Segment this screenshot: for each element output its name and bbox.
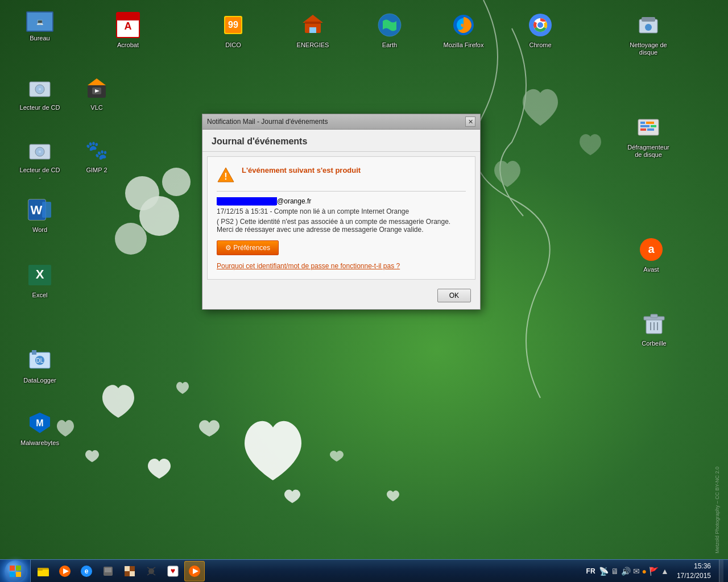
dialog-title: Notification Mail - Journal d'événements (207, 118, 328, 126)
taskbar: e♥ FR 📡 🖥 🔊 ✉ ● 🚩 ▲ 15:36 17/12/2015 (0, 559, 728, 582)
divider (217, 191, 466, 192)
svg-rect-65 (16, 566, 21, 571)
clock-date: 17/12/2015 (677, 571, 711, 581)
svg-text:!: ! (224, 172, 227, 181)
svg-rect-76 (105, 568, 111, 572)
dialog-window: Notification Mail - Journal d'événements… (202, 114, 481, 310)
ok-button[interactable]: OK (437, 289, 471, 302)
flag-icon[interactable]: 🚩 (649, 567, 659, 576)
language-indicator: FR (586, 567, 595, 575)
svg-rect-67 (16, 572, 21, 577)
taskbar-icon-chess[interactable] (119, 561, 140, 581)
windows-logo (9, 565, 22, 577)
taskbar-icon-spider[interactable] (141, 561, 162, 581)
dialog-close-button[interactable]: ✕ (465, 117, 475, 127)
dialog-titlebar: Notification Mail - Journal d'événements… (202, 114, 480, 130)
start-button[interactable] (0, 560, 31, 583)
svg-rect-78 (125, 566, 130, 571)
taskbar-items: e♥ (31, 560, 582, 582)
taskbar-icon-ie[interactable]: e (76, 561, 97, 581)
dialog-header: Journal d'événements (202, 130, 480, 152)
description-text: ( PS2 ) Cette identité n'est pas associé… (217, 218, 466, 234)
dialog-footer: OK (202, 284, 480, 309)
help-link[interactable]: Pourquoi cet identifiant/mot de passe ne… (217, 262, 466, 270)
taskbar-icon-firewall[interactable] (98, 561, 118, 581)
svg-rect-66 (10, 572, 15, 577)
desktop: 💻BureauAAcrobat99DICOENERGIESEarthMozill… (0, 0, 728, 582)
alert-title: L'événement suivant s'est produit (242, 166, 361, 174)
show-hidden-icon[interactable]: ▲ (661, 567, 669, 576)
volume-icon[interactable]: 🔊 (621, 567, 631, 576)
email-domain: @orange.fr (277, 197, 311, 205)
mail-icon[interactable]: ✉ (633, 567, 640, 576)
display-icon[interactable]: 🖥 (611, 567, 619, 576)
taskbar-icon-file-manager[interactable] (33, 561, 53, 581)
taskbar-right: FR 📡 🖥 🔊 ✉ ● 🚩 ▲ 15:36 17/12/2015 (582, 560, 728, 582)
dialog-overlay: Notification Mail - Journal d'événements… (0, 0, 728, 582)
dialog-content: ! L'événement suivant s'est produit ████… (207, 156, 475, 280)
email-row: ████████████@orange.fr (217, 197, 466, 205)
network-icon[interactable]: 📡 (599, 567, 609, 576)
svg-rect-70 (38, 568, 43, 571)
taskbar-icon-media-active[interactable] (184, 561, 205, 581)
taskbar-icon-solitaire[interactable]: ♥ (163, 561, 183, 581)
svg-text:e: e (85, 567, 89, 575)
svg-text:♥: ♥ (171, 566, 175, 575)
clock-time: 15:36 (677, 562, 711, 571)
start-orb (5, 560, 26, 582)
orange-icon[interactable]: ● (642, 567, 647, 576)
taskbar-icon-media-player[interactable] (55, 561, 75, 581)
email-blurred: ████████████ (217, 197, 277, 205)
clock[interactable]: 15:36 17/12/2015 (672, 562, 715, 581)
detail-text: 17/12/15 à 15:31 - Compte non lié à un c… (217, 207, 466, 215)
svg-rect-79 (130, 571, 135, 576)
svg-point-80 (148, 568, 154, 574)
sys-icons: 📡 🖥 🔊 ✉ ● 🚩 ▲ (599, 567, 669, 576)
alert-row: ! L'événement suivant s'est produit (217, 166, 466, 184)
svg-rect-64 (10, 566, 15, 571)
show-desktop-button[interactable] (719, 560, 723, 583)
warning-icon: ! (217, 166, 235, 184)
preferences-button[interactable]: ⚙ Préférences (217, 240, 279, 255)
